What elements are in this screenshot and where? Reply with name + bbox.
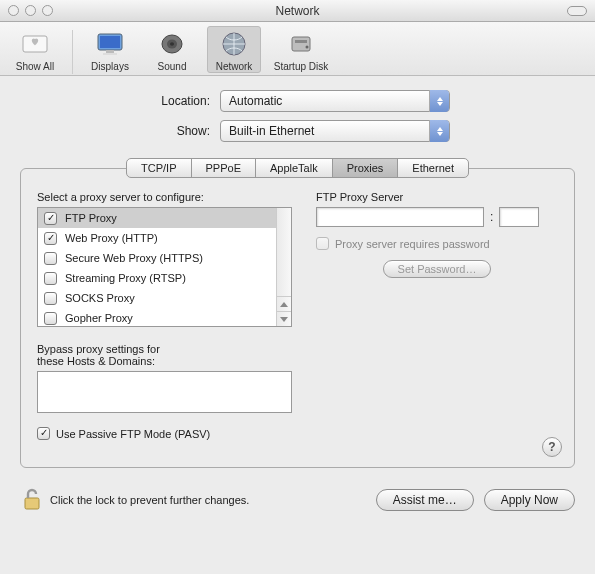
proxy-item-label: Streaming Proxy (RTSP) — [65, 272, 186, 284]
displays-icon — [94, 28, 126, 60]
proxy-host-input[interactable] — [316, 207, 484, 227]
tab-tcpip[interactable]: TCP/IP — [126, 158, 191, 178]
proxy-checkbox[interactable] — [44, 292, 57, 305]
proxy-list[interactable]: FTP Proxy Web Proxy (HTTP) Secure Web Pr… — [37, 207, 292, 327]
proxy-list-item[interactable]: SOCKS Proxy — [38, 288, 276, 308]
startup-disk-icon — [285, 28, 317, 60]
select-arrows-icon — [429, 120, 449, 142]
lock-icon[interactable] — [20, 486, 44, 514]
apply-now-button[interactable]: Apply Now — [484, 489, 575, 511]
proxy-port-input[interactable] — [499, 207, 539, 227]
apple-prefs-icon — [19, 28, 51, 60]
lock-text: Click the lock to prevent further change… — [50, 494, 249, 506]
tab-proxies[interactable]: Proxies — [332, 158, 399, 178]
proxy-list-rows: FTP Proxy Web Proxy (HTTP) Secure Web Pr… — [38, 208, 276, 326]
toolbar-item-displays[interactable]: Displays — [83, 26, 137, 72]
svg-rect-12 — [25, 498, 39, 509]
svg-rect-10 — [295, 40, 307, 43]
assist-me-button[interactable]: Assist me… — [376, 489, 474, 511]
toolbar-label: Startup Disk — [274, 61, 328, 72]
toolbar-label: Sound — [158, 61, 187, 72]
svg-rect-4 — [103, 53, 117, 55]
window-controls — [8, 5, 53, 16]
proxy-checkbox[interactable] — [44, 312, 57, 325]
toolbar-toggle-button[interactable] — [567, 6, 587, 16]
toolbar-item-show-all[interactable]: Show All — [8, 26, 62, 72]
proxy-item-label: SOCKS Proxy — [65, 292, 135, 304]
requires-password-checkbox[interactable] — [316, 237, 329, 250]
proxy-checkbox[interactable] — [44, 272, 57, 285]
toolbar-item-sound[interactable]: Sound — [145, 26, 199, 72]
tabs-wrap: TCP/IP PPPoE AppleTalk Proxies Ethernet … — [20, 158, 575, 468]
svg-rect-9 — [292, 37, 310, 51]
sound-icon — [156, 28, 188, 60]
set-password-button[interactable]: Set Password… — [383, 260, 492, 278]
select-proxy-label: Select a proxy server to configure: — [37, 191, 292, 203]
close-window-button[interactable] — [8, 5, 19, 16]
show-select[interactable]: Built-in Ethernet — [220, 120, 450, 142]
location-select[interactable]: Automatic — [220, 90, 450, 112]
tab-pppoe[interactable]: PPPoE — [191, 158, 256, 178]
svg-point-7 — [170, 42, 174, 46]
network-icon — [218, 28, 250, 60]
passive-ftp-checkbox[interactable] — [37, 427, 50, 440]
proxy-item-label: FTP Proxy — [65, 212, 117, 224]
proxy-checkbox[interactable] — [44, 212, 57, 225]
scroll-up-button[interactable] — [277, 296, 291, 311]
toolbar-label: Network — [216, 61, 253, 72]
show-label: Show: — [20, 124, 220, 138]
tab-ethernet[interactable]: Ethernet — [397, 158, 469, 178]
proxy-port-separator: : — [490, 210, 493, 224]
show-value: Built-in Ethernet — [229, 124, 314, 138]
toolbar-item-startup-disk[interactable]: Startup Disk — [269, 26, 333, 72]
content-area: Location: Automatic Show: Built-in Ether… — [0, 76, 595, 476]
location-label: Location: — [20, 94, 220, 108]
window-title: Network — [0, 4, 595, 18]
proxy-checkbox[interactable] — [44, 252, 57, 265]
bypass-label: Bypass proxy settings for these Hosts & … — [37, 343, 292, 367]
scroll-down-button[interactable] — [277, 311, 291, 326]
proxy-server-label: FTP Proxy Server — [316, 191, 558, 203]
toolbar-item-network[interactable]: Network — [207, 26, 261, 73]
toolbar: Show All Displays Sound Network Startup … — [0, 22, 595, 76]
help-button[interactable]: ? — [542, 437, 562, 457]
proxy-item-label: Secure Web Proxy (HTTPS) — [65, 252, 203, 264]
svg-rect-3 — [106, 50, 114, 53]
tabbar: TCP/IP PPPoE AppleTalk Proxies Ethernet — [20, 158, 575, 178]
zoom-window-button[interactable] — [42, 5, 53, 16]
proxy-list-item[interactable]: Web Proxy (HTTP) — [38, 228, 276, 248]
proxy-item-label: Web Proxy (HTTP) — [65, 232, 158, 244]
proxy-list-scrollbar[interactable] — [276, 208, 291, 326]
location-row: Location: Automatic — [20, 90, 575, 112]
passive-ftp-label: Use Passive FTP Mode (PASV) — [56, 428, 210, 440]
minimize-window-button[interactable] — [25, 5, 36, 16]
footer: Click the lock to prevent further change… — [0, 476, 595, 526]
bypass-textarea[interactable] — [37, 371, 292, 413]
proxy-list-item[interactable]: Gopher Proxy — [38, 308, 276, 326]
toolbar-label: Displays — [91, 61, 129, 72]
requires-password-label: Proxy server requires password — [335, 238, 490, 250]
svg-rect-2 — [100, 36, 120, 48]
proxy-list-item[interactable]: Streaming Proxy (RTSP) — [38, 268, 276, 288]
proxy-item-label: Gopher Proxy — [65, 312, 133, 324]
location-value: Automatic — [229, 94, 282, 108]
select-arrows-icon — [429, 90, 449, 112]
proxy-list-item[interactable]: Secure Web Proxy (HTTPS) — [38, 248, 276, 268]
proxies-panel: Select a proxy server to configure: FTP … — [20, 168, 575, 468]
proxy-list-item[interactable]: FTP Proxy — [38, 208, 276, 228]
tab-appletalk[interactable]: AppleTalk — [255, 158, 333, 178]
toolbar-divider — [72, 30, 73, 74]
proxy-checkbox[interactable] — [44, 232, 57, 245]
show-row: Show: Built-in Ethernet — [20, 120, 575, 142]
titlebar: Network — [0, 0, 595, 22]
svg-point-11 — [306, 46, 309, 49]
toolbar-label: Show All — [16, 61, 54, 72]
